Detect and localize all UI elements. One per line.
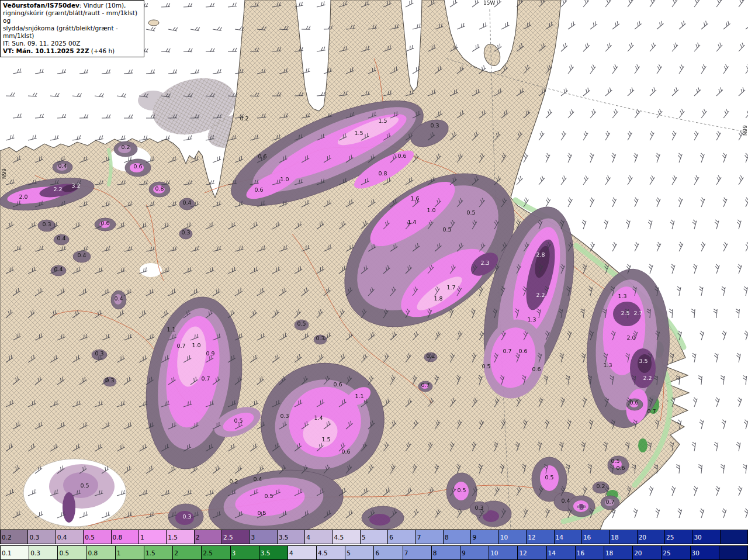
colorbar-cell: 0.1 bbox=[1, 546, 29, 559]
latitude-label-left: 66N bbox=[1, 168, 6, 179]
colorbar-cell: 9 bbox=[460, 546, 489, 559]
weather-forecast-map: 0.21.51.50.30.20.60.60.40.60.81.02.23.20… bbox=[0, 0, 748, 560]
map-canvas: 0.21.51.50.30.20.60.60.40.60.81.02.23.20… bbox=[0, 0, 748, 530]
legend-line-snow: slydda/snjókoma (grátt/bleikt/grænt - mm… bbox=[3, 25, 141, 40]
colorbar-cell: 3 bbox=[249, 530, 276, 544]
map-graphic bbox=[0, 0, 748, 530]
colorbar-cell: 9 bbox=[470, 530, 498, 544]
init-time: IT: Sun. 09. 11. 2025 00Z bbox=[3, 40, 141, 47]
title-box: Veðurstofan/IS750dev: Vindur (10m), rign… bbox=[0, 0, 144, 57]
colorbar-cell: 0.5 bbox=[57, 546, 86, 559]
colorbar-cell: 18 bbox=[604, 546, 632, 559]
colorbar-cell: 4 bbox=[304, 530, 332, 544]
colorbar-cell: 2.5 bbox=[221, 530, 249, 544]
valid-time-line: VT: Mán. 10.11.2025 22Z (+46 h) bbox=[3, 47, 141, 55]
colorbar-cell: 7 bbox=[403, 546, 431, 559]
colorbar-cell: 10 bbox=[489, 546, 517, 559]
colorbar-cell: 3.5 bbox=[277, 530, 304, 544]
colorbar-cell: 1 bbox=[138, 530, 166, 544]
colorbar-cell: 4.5 bbox=[333, 530, 360, 544]
colorbar-cell: 20 bbox=[637, 530, 664, 544]
colorbar-cell: 1 bbox=[115, 546, 144, 559]
colorbar-cell: 2 bbox=[172, 546, 201, 559]
colorbar-cell: 8 bbox=[431, 546, 460, 559]
sleet-snow-colorbar: 0.10.30.50.811.522.533.544.5567891012141… bbox=[0, 545, 748, 560]
colorbar-cell: 25 bbox=[664, 530, 692, 544]
title-line-1: Veðurstofan/IS750dev: Vindur (10m), bbox=[3, 2, 141, 9]
colorbar-legend: 0.20.30.40.50.811.522.533.544.5567891012… bbox=[0, 530, 748, 560]
colorbar-cell: 4.5 bbox=[316, 546, 345, 559]
colorbar-cell: 4 bbox=[288, 546, 316, 559]
colorbar-cell: 1.5 bbox=[144, 546, 172, 559]
colorbar-cell: 20 bbox=[632, 546, 661, 559]
colorbar-cell: 7 bbox=[415, 530, 443, 544]
colorbar-cell: 6 bbox=[373, 546, 402, 559]
colorbar-cell: 2.5 bbox=[201, 546, 230, 559]
colorbar-cell: 16 bbox=[581, 530, 609, 544]
colorbar-cell: 14 bbox=[554, 530, 581, 544]
colorbar-cell: 10 bbox=[498, 530, 526, 544]
colorbar-cell: 12 bbox=[517, 546, 546, 559]
colorbar-cell: 25 bbox=[661, 546, 690, 559]
colorbar-cell: 0.4 bbox=[56, 530, 83, 544]
colorbar-cell: 16 bbox=[575, 546, 604, 559]
valid-time-offset: (+46 h) bbox=[89, 47, 115, 54]
product-subtitle: : Vindur (10m), bbox=[79, 2, 126, 9]
latitude-label-right: 66N bbox=[742, 125, 747, 136]
colorbar-cell bbox=[719, 546, 747, 559]
colorbar-cell bbox=[720, 530, 747, 544]
colorbar-cell: 1.5 bbox=[166, 530, 193, 544]
colorbar-cell: 30 bbox=[690, 546, 719, 559]
meridian-label: 15W bbox=[483, 0, 495, 6]
colorbar-cell: 0.8 bbox=[86, 546, 115, 559]
colorbar-cell: 0.5 bbox=[83, 530, 110, 544]
colorbar-cell: 14 bbox=[546, 546, 575, 559]
colorbar-cell: 3 bbox=[230, 546, 259, 559]
colorbar-cell: 0.3 bbox=[27, 530, 55, 544]
colorbar-cell: 5 bbox=[360, 530, 387, 544]
colorbar-cell: 0.3 bbox=[29, 546, 57, 559]
colorbar-cell: 18 bbox=[609, 530, 636, 544]
rain-colorbar: 0.20.30.40.50.811.522.533.544.5567891012… bbox=[0, 530, 748, 544]
colorbar-cell: 2 bbox=[194, 530, 221, 544]
colorbar-cell: 0.8 bbox=[111, 530, 138, 544]
colorbar-cell: 0.2 bbox=[1, 530, 27, 544]
valid-time: VT: Mán. 10.11.2025 22Z bbox=[3, 47, 89, 54]
colorbar-cell: 3.5 bbox=[259, 546, 288, 559]
colorbar-cell: 5 bbox=[345, 546, 373, 559]
colorbar-cell: 12 bbox=[526, 530, 553, 544]
colorbar-cell: 8 bbox=[443, 530, 470, 544]
colorbar-cell: 6 bbox=[387, 530, 415, 544]
legend-line-rain: rigning/skúrir (grænt/blátt/rautt - mm/1… bbox=[3, 9, 141, 25]
product-name: Veðurstofan/IS750dev bbox=[3, 2, 79, 9]
colorbar-cell: 30 bbox=[692, 530, 719, 544]
